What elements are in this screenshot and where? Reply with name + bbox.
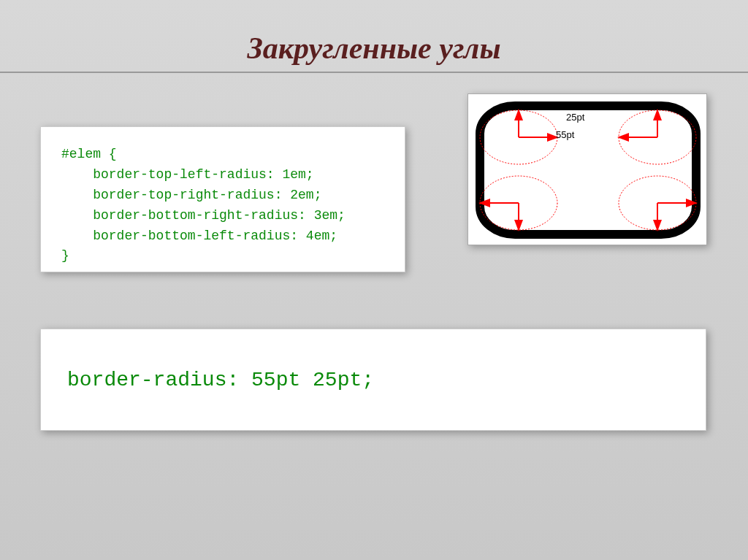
svg-rect-1 (480, 106, 696, 234)
divider (0, 72, 748, 73)
code-text-2: border-radius: 55pt 25pt; (67, 364, 679, 396)
page-title: Закругленные углы (0, 0, 748, 72)
diagram-label-25pt: 25pt (566, 112, 584, 123)
border-radius-diagram: 25pt 55pt (468, 93, 707, 245)
code-block-individual-radii: #elem { border-top-left-radius: 1em; bor… (40, 126, 405, 272)
code-text-1: #elem { border-top-left-radius: 1em; bor… (61, 145, 384, 266)
code-block-shorthand: border-radius: 55pt 25pt; (40, 329, 706, 431)
diagram-label-55pt: 55pt (556, 129, 574, 140)
diagram-svg (473, 99, 703, 242)
